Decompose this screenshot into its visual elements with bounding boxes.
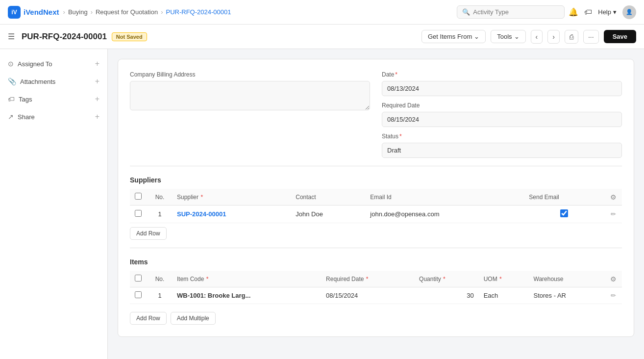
- status-input[interactable]: [382, 143, 622, 158]
- save-button[interactable]: Save: [604, 30, 636, 43]
- help-button[interactable]: Help ▾: [598, 8, 617, 16]
- company-billing-address-label: Company Billing Address: [130, 71, 370, 78]
- required-date-label: Required Date: [382, 102, 622, 109]
- sidebar-item-attachments[interactable]: 📎 Attachments +: [0, 73, 107, 90]
- sidebar-item-assigned-to[interactable]: ⊙ Assigned To +: [0, 55, 107, 73]
- get-items-chevron-icon: ⌄: [474, 33, 479, 40]
- print-button[interactable]: ⎙: [565, 30, 578, 44]
- sidebar-label-tags: Tags: [19, 96, 32, 103]
- tools-button[interactable]: Tools ⌄: [491, 30, 525, 43]
- search-box[interactable]: 🔍: [457, 5, 565, 19]
- suppliers-th-supplier: Supplier *: [172, 189, 291, 205]
- suppliers-th-send-email: Send Email: [524, 189, 604, 205]
- items-th-no: No.: [148, 271, 172, 287]
- items-row1-quantity: 30: [414, 287, 479, 304]
- form-card: Company Billing Address Date* Required D…: [118, 59, 634, 337]
- help-chevron-icon: ▾: [613, 8, 617, 16]
- company-billing-address-group: Company Billing Address: [130, 71, 370, 158]
- tools-chevron-icon: ⌄: [514, 33, 520, 40]
- suppliers-header-row: No. Supplier * Contact Email Id Send Ema…: [130, 189, 622, 205]
- breadcrumb-current: PUR-RFQ-2024-00001: [166, 8, 231, 16]
- suppliers-row1-supplier: SUP-2024-00001: [172, 205, 291, 223]
- status-group: Status*: [382, 133, 622, 158]
- items-th-quantity: Quantity *: [414, 271, 479, 287]
- app-logo[interactable]: iV iVendNext: [8, 6, 59, 19]
- items-row1-item-code: WB-1001: Brooke Larg...: [172, 287, 321, 304]
- nav-icons: 🔔 🏷 Help ▾ 👤: [569, 5, 636, 19]
- suppliers-table: No. Supplier * Contact Email Id Send Ema…: [130, 189, 622, 223]
- items-add-multiple-button[interactable]: Add Multiple: [171, 312, 216, 325]
- date-label: Date*: [382, 71, 622, 78]
- items-settings-icon[interactable]: ⚙: [610, 275, 617, 283]
- company-billing-address-input[interactable]: [130, 81, 370, 110]
- date-required-marker: *: [395, 71, 397, 78]
- next-button[interactable]: ›: [547, 30, 560, 44]
- suppliers-settings-icon[interactable]: ⚙: [610, 193, 617, 201]
- toolbar: ☰ PUR-RFQ-2024-00001 Not Saved Get Items…: [0, 25, 644, 49]
- breadcrumb-sep-2: ›: [91, 8, 93, 16]
- suppliers-row1-send-email: [524, 205, 604, 223]
- suppliers-th-contact: Contact: [291, 189, 365, 205]
- sidebar-item-tags[interactable]: 🏷 Tags +: [0, 90, 107, 108]
- avatar[interactable]: 👤: [622, 5, 636, 19]
- required-date-input[interactable]: [382, 112, 622, 127]
- items-add-row-button[interactable]: Add Row: [130, 312, 167, 325]
- search-input[interactable]: [473, 8, 551, 16]
- tags-icon: 🏷: [8, 95, 15, 103]
- suppliers-row1-contact: John Doe: [291, 205, 365, 223]
- date-group: Date*: [382, 71, 622, 96]
- share-icon: ↗: [8, 113, 14, 121]
- suppliers-th-no: No.: [148, 189, 172, 205]
- logo-icon: iV: [8, 6, 21, 19]
- suppliers-section-title: Suppliers: [130, 176, 622, 184]
- prev-button[interactable]: ‹: [531, 30, 543, 44]
- suppliers-row1-check: [130, 205, 148, 223]
- assigned-to-add-icon[interactable]: +: [95, 59, 99, 68]
- suppliers-row1-no: 1: [148, 205, 172, 223]
- breadcrumb: › Buying › Request for Quotation › PUR-R…: [63, 8, 231, 16]
- items-action-buttons: Add Row Add Multiple: [130, 308, 622, 325]
- items-header-row: No. Item Code * Required Date * Quantity…: [130, 271, 622, 287]
- notification-icon[interactable]: 🔔: [569, 7, 578, 17]
- tags-add-icon[interactable]: +: [95, 95, 99, 103]
- suppliers-row1-edit: ✏: [604, 205, 622, 223]
- send-email-checkbox[interactable]: [560, 209, 568, 217]
- get-items-button[interactable]: Get Items From ⌄: [421, 30, 486, 43]
- items-table: No. Item Code * Required Date * Quantity…: [130, 271, 622, 304]
- items-row1-no: 1: [148, 287, 172, 304]
- suppliers-add-row-button[interactable]: Add Row: [130, 227, 167, 240]
- items-row1-warehouse: Stores - AR: [529, 287, 604, 304]
- items-th-required-date: Required Date *: [321, 271, 414, 287]
- items-row1-required-date: 08/15/2024: [321, 287, 414, 304]
- items-select-all[interactable]: [135, 275, 142, 282]
- breadcrumb-sep-1: ›: [63, 8, 65, 16]
- menu-icon[interactable]: ☰: [8, 32, 15, 41]
- suppliers-edit-icon[interactable]: ✏: [611, 210, 616, 218]
- items-edit-icon[interactable]: ✏: [611, 292, 616, 299]
- tag-icon[interactable]: 🏷: [584, 8, 592, 17]
- status-label: Status*: [382, 133, 622, 140]
- main-content: Company Billing Address Date* Required D…: [108, 49, 644, 359]
- tools-label: Tools: [497, 33, 512, 40]
- items-row1-uom: Each: [479, 287, 529, 304]
- sidebar-item-share[interactable]: ↗ Share +: [0, 108, 107, 126]
- suppliers-row1-checkbox[interactable]: [135, 210, 142, 217]
- items-row1-checkbox[interactable]: [135, 291, 142, 298]
- breadcrumb-buying[interactable]: Buying: [68, 8, 88, 16]
- attachments-icon: 📎: [8, 77, 16, 85]
- required-date-group: Required Date: [382, 102, 622, 127]
- right-fields: Date* Required Date Status*: [382, 71, 622, 158]
- date-input[interactable]: [382, 81, 622, 96]
- help-label: Help: [598, 8, 611, 16]
- suppliers-row1-email: john.doe@opensea.com: [365, 205, 524, 223]
- more-button[interactable]: ···: [583, 30, 599, 44]
- share-add-icon[interactable]: +: [95, 112, 99, 121]
- attachments-add-icon[interactable]: +: [95, 77, 99, 86]
- suppliers-select-all[interactable]: [135, 193, 142, 200]
- items-section-title: Items: [130, 258, 622, 266]
- table-row: 1 SUP-2024-00001 John Doe john.doe@opens…: [130, 205, 622, 223]
- doc-title: PUR-RFQ-2024-00001: [22, 32, 107, 42]
- items-th-settings: ⚙: [604, 271, 622, 287]
- app-name: iVendNext: [24, 8, 59, 16]
- breadcrumb-rfq[interactable]: Request for Quotation: [96, 8, 158, 16]
